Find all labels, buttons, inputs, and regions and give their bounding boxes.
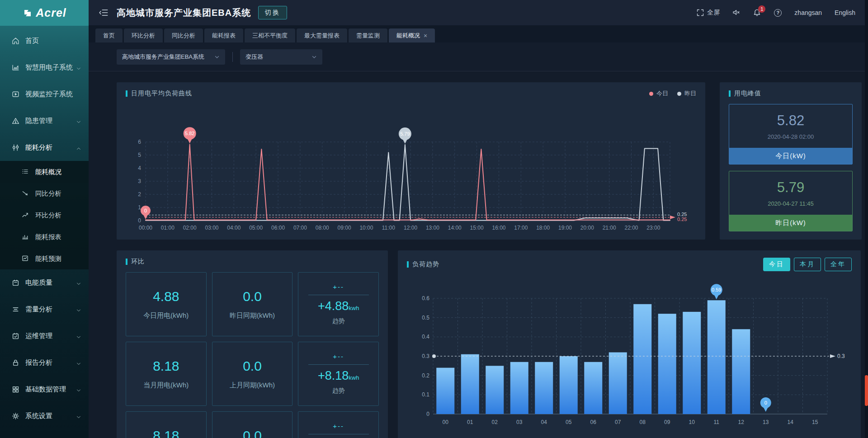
tab-close-icon[interactable]: ×: [424, 33, 427, 39]
chevron-down-icon: [76, 65, 81, 71]
device-select-value: 变压器: [245, 53, 263, 61]
main-column: 高地城市服务产业集团EBA系统 切换 全屏 1 ? zhangsan E: [89, 0, 868, 438]
sidebar-item-3[interactable]: 隐患管理: [0, 108, 89, 134]
system-select[interactable]: 高地城市服务产业集团EBA系统: [117, 49, 225, 65]
smart-power-icon: [12, 64, 19, 71]
sidebar-subitem-环比分析[interactable]: 环比分析: [0, 204, 89, 226]
huanbi-value: 0.0: [243, 289, 262, 304]
svg-text:0: 0: [144, 208, 147, 213]
huanbi-card-5: +--+8.18kwh趋势: [298, 342, 379, 406]
help-button[interactable]: ?: [774, 9, 782, 17]
huanbi-title: 环比: [131, 258, 145, 266]
legend-label: 今日: [656, 89, 668, 98]
legend-item-昨日[interactable]: 昨日: [677, 89, 696, 98]
energy-analysis-icon: [12, 144, 19, 151]
huanbi-card-7: 0.0去年同期(kWh): [212, 411, 293, 438]
forecast-icon: [22, 255, 28, 262]
sidebar-item-7[interactable]: 运维管理: [0, 323, 89, 349]
panel-accent: [407, 261, 409, 268]
forecast-icon: [22, 255, 29, 263]
sidebar-subitem-能耗概况[interactable]: 能耗概况: [0, 161, 89, 183]
svg-text:23:00: 23:00: [646, 225, 660, 231]
tab-需量监测[interactable]: 需量监测: [349, 28, 387, 42]
chevron-down-icon: [76, 119, 81, 125]
sidebar-item-1[interactable]: 智慧用电子系统: [0, 54, 89, 81]
sidebar-item-4[interactable]: 能耗分析: [0, 134, 89, 161]
svg-text:09:00: 09:00: [338, 225, 351, 231]
tab-同比分析[interactable]: 同比分析: [164, 28, 203, 42]
legend-dot: [677, 92, 681, 96]
tab-能耗概况[interactable]: 能耗概况×: [389, 28, 435, 42]
tab-能耗报表[interactable]: 能耗报表: [204, 28, 243, 42]
huanbi-card-8: +--+8.18kwh趋势: [298, 411, 379, 438]
svg-text:05: 05: [566, 419, 572, 425]
sidebar-item-0[interactable]: 首页: [0, 28, 89, 54]
svg-text:18:00: 18:00: [536, 225, 550, 231]
settings-icon: [12, 412, 19, 420]
user-menu[interactable]: zhangsan: [794, 9, 822, 16]
base-data-icon: [12, 386, 19, 393]
sidebar-item-10[interactable]: 系统设置: [0, 403, 89, 429]
tab-三相不平衡度[interactable]: 三相不平衡度: [245, 28, 295, 42]
sidebar-item-5[interactable]: 电能质量: [0, 269, 89, 296]
svg-text:2: 2: [138, 191, 141, 198]
chevron-down-icon: [311, 54, 317, 60]
tab-最大需量报表[interactable]: 最大需量报表: [297, 28, 347, 42]
fullscreen-icon: [696, 9, 704, 17]
tab-label: 环比分析: [132, 32, 155, 40]
topbar: 高地城市服务产业集团EBA系统 切换 全屏 1 ? zhangsan E: [89, 0, 868, 25]
sidebar-collapse-icon[interactable]: [99, 8, 108, 18]
report-icon: [22, 233, 29, 241]
peak-datetime: 2020-04-28 02:00: [768, 133, 814, 140]
trend-range-buttons: 今日本月全年: [763, 258, 852, 271]
huanbi-divider: [308, 434, 369, 434]
trend-range-今日[interactable]: 今日: [763, 258, 790, 271]
page-scrollbar[interactable]: [865, 0, 868, 438]
trend-range-全年[interactable]: 全年: [825, 258, 852, 271]
notifications-button[interactable]: 1: [753, 9, 761, 17]
sidebar-item-2[interactable]: 视频监控子系统: [0, 81, 89, 108]
sidebar-item-9[interactable]: 基础数据管理: [0, 376, 89, 403]
huanbi-label: 当月用电(kWh): [143, 381, 189, 390]
svg-text:0.5: 0.5: [422, 315, 429, 321]
svg-text:20:00: 20:00: [580, 225, 594, 231]
svg-text:0.6: 0.6: [422, 295, 429, 301]
report-analysis-icon: [12, 359, 19, 367]
sidebar-subitem-能耗报表[interactable]: 能耗报表: [0, 226, 89, 248]
sidebar-subitem-能耗预测[interactable]: 能耗预测: [0, 248, 89, 269]
sidebar-item-11[interactable]: 日志管理: [0, 429, 89, 438]
chevron-down-icon: [76, 118, 81, 124]
sidebar-item-6[interactable]: 需量分析: [0, 296, 89, 323]
chevron-down-icon: [214, 54, 220, 60]
sidebar-item-8[interactable]: 报告分析: [0, 349, 89, 376]
huanbi-delta-row: +4.88kwh: [318, 299, 359, 313]
legend-item-今日[interactable]: 今日: [649, 89, 668, 98]
demand-icon: [12, 306, 19, 313]
huanbi-delta: +4.88: [318, 299, 349, 313]
svg-text:15: 15: [812, 419, 818, 425]
sidebar-item-label: 报告分析: [25, 358, 76, 367]
power-quality-icon: [12, 279, 19, 287]
tab-环比分析[interactable]: 环比分析: [124, 28, 163, 42]
legend-dot: [649, 92, 653, 96]
switch-button[interactable]: 切换: [258, 6, 287, 19]
fullscreen-label: 全屏: [707, 9, 720, 17]
panel-accent: [126, 259, 127, 265]
chevron-down-icon: [76, 387, 81, 392]
language-switch[interactable]: English: [835, 9, 855, 16]
chevron-down-icon: [76, 388, 81, 393]
svg-text:10: 10: [689, 419, 695, 425]
device-select[interactable]: 变压器: [240, 49, 322, 65]
scrollbar-thumb[interactable]: [865, 375, 868, 406]
chevron-down-icon: [76, 280, 81, 286]
tab-label: 首页: [103, 32, 115, 40]
trend-range-本月[interactable]: 本月: [794, 258, 821, 271]
sidebar-item-label: 需量分析: [25, 305, 76, 314]
mute-icon: [732, 9, 741, 17]
tab-首页[interactable]: 首页: [95, 28, 123, 42]
svg-text:12:00: 12:00: [404, 225, 417, 231]
sidebar-subitem-同比分析[interactable]: 同比分析: [0, 183, 89, 204]
mute-button[interactable]: [732, 9, 741, 17]
fullscreen-button[interactable]: 全屏: [696, 9, 720, 17]
sidebar-subitem-label: 同比分析: [35, 189, 81, 198]
